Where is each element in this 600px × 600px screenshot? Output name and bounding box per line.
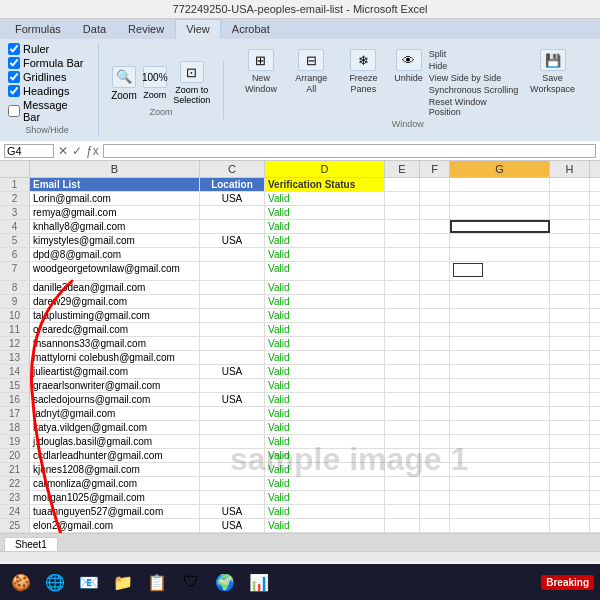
cell-h-2[interactable] [550,192,590,205]
tab-view[interactable]: View [175,19,221,39]
cell-e-7[interactable] [385,262,420,280]
cell-b-21[interactable]: kjones1208@gmail.com [30,463,200,476]
cell-d-13[interactable]: Valid [265,351,385,364]
cell-e-17[interactable] [385,407,420,420]
cell-c-6[interactable] [200,248,265,261]
formula-bar-checkbox[interactable]: Formula Bar [8,57,86,69]
col-header-d[interactable]: D [265,161,385,177]
cell-h-13[interactable] [550,351,590,364]
cell-f-19[interactable] [420,435,450,448]
cell-d-14[interactable]: Valid [265,365,385,378]
cell-f-8[interactable] [420,281,450,294]
cell-h-7[interactable] [550,262,590,280]
cell-e-4[interactable] [385,220,420,233]
synchronous-scrolling-button[interactable]: Synchronous Scrolling [429,85,519,95]
cell-f-7[interactable] [420,262,450,280]
cell-b-12[interactable]: thsannons33@gmail.com [30,337,200,350]
cell-d-24[interactable]: Valid [265,505,385,518]
confirm-icon[interactable]: ✓ [72,144,82,158]
cell-g-9[interactable] [450,295,550,308]
cell-c-16[interactable]: USA [200,393,265,406]
cell-b-22[interactable]: carmonliza@gmail.com [30,477,200,490]
cell-b-9[interactable]: darew29@gmail.com [30,295,200,308]
cell-d-10[interactable]: Valid [265,309,385,322]
cell-b-3[interactable]: remya@gmail.com [30,206,200,219]
cell-f-13[interactable] [420,351,450,364]
cell-f-15[interactable] [420,379,450,392]
cell-c-24[interactable]: USA [200,505,265,518]
cell-e-2[interactable] [385,192,420,205]
cell-h-21[interactable] [550,463,590,476]
save-workspace-button[interactable]: 💾 Save Workspace [525,49,580,95]
cell-f-20[interactable] [420,449,450,462]
cell-h-9[interactable] [550,295,590,308]
cell-h-14[interactable] [550,365,590,378]
cell-c-25[interactable]: USA [200,519,265,532]
cell-b-4[interactable]: knhally8@gmail.com [30,220,200,233]
cell-b-7[interactable]: woodgeorgetownlaw@gmail.com [30,262,200,280]
cell-c-3[interactable] [200,206,265,219]
cell-d-25[interactable]: Valid [265,519,385,532]
cell-b-17[interactable]: ladnyt@gmail.com [30,407,200,420]
cell-b-19[interactable]: j.douglas.basil@gmail.com [30,435,200,448]
cell-h-25[interactable] [550,519,590,532]
cell-b-6[interactable]: dpd@8@gmail.com [30,248,200,261]
cell-e-13[interactable] [385,351,420,364]
col-header-h[interactable]: H [550,161,590,177]
cell-d-4[interactable]: Valid [265,220,385,233]
cell-d-21[interactable]: Valid [265,463,385,476]
cell-d-12[interactable]: Valid [265,337,385,350]
cell-g-4[interactable] [450,220,550,233]
cell-g-5[interactable] [450,234,550,247]
cell-d-22[interactable]: Valid [265,477,385,490]
cell-g-18[interactable] [450,421,550,434]
cell-b-20[interactable]: ccdlarleadhunter@gmail.com [30,449,200,462]
cell-f-4[interactable] [420,220,450,233]
cell-f-12[interactable] [420,337,450,350]
cell-reference-input[interactable] [4,144,54,158]
cell-g-14[interactable] [450,365,550,378]
cell-g-8[interactable] [450,281,550,294]
col-header-c[interactable]: C [200,161,265,177]
cell-b-8[interactable]: danille3dean@gmail.com [30,281,200,294]
cell-f-25[interactable] [420,519,450,532]
cell-g-20[interactable] [450,449,550,462]
cell-f-3[interactable] [420,206,450,219]
cell-f-22[interactable] [420,477,450,490]
cell-g-6[interactable] [450,248,550,261]
cell-h-6[interactable] [550,248,590,261]
cell-c-12[interactable] [200,337,265,350]
cell-h-18[interactable] [550,421,590,434]
cell-f-5[interactable] [420,234,450,247]
taskbar-mail[interactable]: 📧 [74,568,104,596]
cell-e-21[interactable] [385,463,420,476]
cell-c-4[interactable] [200,220,265,233]
cell-g-23[interactable] [450,491,550,504]
new-window-button[interactable]: ⊞ New Window [236,49,286,95]
taskbar-files[interactable]: 📁 [108,568,138,596]
taskbar-start[interactable]: 🍪 [6,568,36,596]
freeze-panes-button[interactable]: ❄ Freeze Panes [336,49,390,95]
cell-c-9[interactable] [200,295,265,308]
cell-c-20[interactable] [200,449,265,462]
zoom-selection-button[interactable]: ⊡ Zoom to Selection [173,61,211,105]
cell-d-3[interactable]: Valid [265,206,385,219]
cell-b-16[interactable]: sacledojourns@gmail.com [30,393,200,406]
cell-g-10[interactable] [450,309,550,322]
cell-d-7[interactable]: Valid [265,262,385,280]
cell-g-22[interactable] [450,477,550,490]
formula-input[interactable] [103,144,596,158]
cell-c-19[interactable] [200,435,265,448]
ruler-checkbox[interactable]: Ruler [8,43,86,55]
cell-d-15[interactable]: Valid [265,379,385,392]
taskbar-shield[interactable]: 🛡 [176,568,206,596]
col-header-f[interactable]: F [420,161,450,177]
cell-c-7[interactable] [200,262,265,280]
zoom-button[interactable]: 🔍 Zoom [111,66,137,101]
cell-e-9[interactable] [385,295,420,308]
cell-f-14[interactable] [420,365,450,378]
cell-d-23[interactable]: Valid [265,491,385,504]
arrange-all-button[interactable]: ⊟ Arrange All [290,49,332,95]
function-icon[interactable]: ƒx [86,144,99,158]
tab-data[interactable]: Data [72,19,117,39]
